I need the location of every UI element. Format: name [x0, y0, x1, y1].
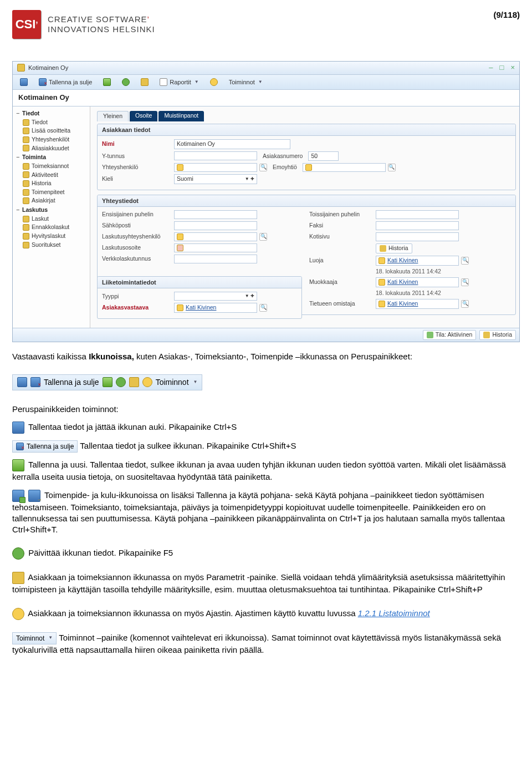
logo-text: CREATIVE SOFTWARE’ INNOVATIONS HELSINKI — [48, 14, 155, 34]
tree-item[interactable]: Aktiviteetit — [23, 171, 89, 180]
save-close-button[interactable]: Tallenna ja sulje — [35, 77, 96, 88]
window-close-icon[interactable]: × — [510, 63, 515, 73]
params-button[interactable] — [137, 77, 152, 88]
field-kieli[interactable]: Suomi▼ ✚ — [174, 174, 257, 184]
label-yhteyshenkilo: Yhteyshenkilö — [102, 164, 168, 171]
tree-category-toiminta[interactable]: −Toiminta — [15, 154, 89, 161]
label-type: Tyyppi — [102, 293, 168, 301]
app-window: Kotimainen Oy – □ × Tallenna ja sulje Ra… — [12, 61, 520, 342]
field-type[interactable]: ▼ ✚ — [174, 292, 257, 301]
timer-button[interactable] — [206, 77, 222, 88]
desc-save: Tallentaa tiedot ja jättää ikkunan auki.… — [12, 421, 520, 434]
status-history[interactable]: Historia — [479, 330, 516, 340]
timer-icon — [12, 608, 24, 620]
tree-item[interactable]: Lisää osoitteita — [23, 126, 89, 135]
refresh-button[interactable] — [118, 77, 134, 88]
label-kieli: Kieli — [102, 175, 168, 183]
panel-business-info: Liiketoimintatiedot — [98, 277, 301, 288]
field-ytunnus[interactable] — [174, 151, 257, 160]
lookup-icon[interactable]: 🔍 — [461, 278, 469, 286]
field-billaddr[interactable] — [174, 243, 257, 252]
tree-item[interactable]: Toimenpiteet — [23, 188, 89, 197]
tree-category-tiedot[interactable]: −Tiedot — [15, 110, 89, 118]
lookup-icon[interactable]: 🔍 — [461, 300, 469, 308]
lookup-icon[interactable]: 🔍 — [259, 164, 267, 171]
tab-yleinen[interactable]: Yleinen — [97, 111, 129, 121]
field-phone2[interactable] — [376, 210, 459, 219]
tab-muistiinpanot[interactable]: Muistiinpanot — [158, 111, 204, 121]
chevron-down-icon: ▼ — [258, 79, 263, 85]
tree-item[interactable]: Toimeksiannot — [23, 162, 89, 171]
tree-item[interactable]: Laskut — [23, 215, 89, 224]
field-emoyhtio[interactable] — [303, 163, 386, 172]
desc-save-close: Tallenna ja sulje Tallentaa tiedot ja su… — [12, 440, 520, 453]
history-icon — [380, 245, 386, 252]
label-billaddr: Laskutusosoite — [102, 244, 168, 252]
lookup-icon[interactable]: 🔍 — [259, 233, 267, 241]
timer-icon — [142, 377, 152, 387]
label-asiakasnumero: Asiakasnumero — [263, 153, 303, 160]
window-maximize-icon[interactable]: □ — [500, 63, 504, 73]
status-bar: Tila: Aktiivinen Historia — [13, 328, 519, 342]
window-icon — [17, 64, 25, 72]
timer-icon — [210, 78, 218, 86]
desc-save-new: Tallenna ja uusi. Tallentaa tiedot, sulk… — [12, 459, 520, 483]
label-emoyhtio: Emoyhtiö — [273, 164, 297, 171]
tab-osoite[interactable]: Osoite — [130, 111, 157, 121]
field-billcontact[interactable] — [174, 232, 257, 241]
lookup-icon[interactable]: 🔍 — [388, 164, 396, 171]
history-icon — [483, 332, 490, 338]
tree-category-laskutus[interactable]: −Laskutus — [15, 206, 89, 214]
label-modifier: Muokkaaja — [309, 278, 370, 286]
field-einvoice[interactable] — [174, 255, 257, 263]
cross-ref-link[interactable]: 1.2.1 Listatoiminnot — [358, 608, 430, 618]
save-close-button-illustration: Tallenna ja sulje — [12, 440, 78, 453]
reports-button[interactable]: Raportit▼ — [156, 77, 202, 88]
chevron-down-icon: ▼ — [193, 379, 198, 385]
field-phone1[interactable] — [174, 210, 257, 219]
field-owner[interactable]: Kati Kivinen — [376, 299, 459, 309]
refresh-icon — [122, 78, 130, 86]
field-responsible[interactable]: Kati Kivinen — [174, 303, 257, 313]
tree-item[interactable]: Tiedot — [23, 118, 89, 127]
status-active[interactable]: Tila: Aktiivinen — [423, 330, 477, 340]
tree-item[interactable]: Suoritukset — [23, 241, 89, 250]
history-inline-button[interactable]: Historia — [376, 243, 412, 253]
save-button[interactable] — [16, 77, 32, 88]
tree-item[interactable]: Ennakkolaskut — [23, 223, 89, 232]
lookup-icon[interactable]: 🔍 — [259, 304, 267, 312]
record-title: Kotimainen Oy — [13, 90, 519, 106]
save-new-icon — [103, 78, 111, 86]
save-new-button[interactable] — [99, 77, 115, 88]
field-creator[interactable]: Kati Kivinen — [376, 256, 459, 266]
logo-mark: CSI’ — [12, 10, 41, 39]
tree-item[interactable]: Historia — [23, 179, 89, 188]
panel-customer-info: Asiakkaan tiedot — [98, 124, 515, 136]
tree-item[interactable]: Aliasiakkuudet — [23, 144, 89, 153]
lookup-icon[interactable]: 🔍 — [461, 257, 469, 265]
field-nimi[interactable]: Kotimainen Oy — [174, 139, 290, 149]
label-email: Sähköposti — [102, 222, 168, 230]
page-number: (9/118) — [493, 10, 520, 19]
tree-item[interactable]: Hyvityslaskut — [23, 232, 89, 241]
field-yhteyshenkilo[interactable] — [174, 163, 257, 172]
refresh-icon — [12, 547, 24, 560]
label-billcontact: Laskutusyhteyshenkilö — [102, 233, 168, 241]
field-fax[interactable] — [376, 221, 459, 230]
desc-refresh: Päivittää ikkunan tiedot. Pikapainike F5 — [12, 547, 520, 560]
save-close-icon — [30, 377, 40, 387]
window-minimize-icon[interactable]: – — [489, 63, 493, 73]
created-at: 18. lokakuuta 2011 14:42 — [376, 268, 441, 276]
field-modifier[interactable]: Kati Kivinen — [376, 277, 459, 287]
field-website[interactable] — [376, 232, 459, 241]
field-asiakasnumero[interactable]: 50 — [308, 151, 339, 161]
actions-button[interactable]: Toiminnot▼ — [225, 77, 267, 88]
page-header: CSI’ CREATIVE SOFTWARE’ INNOVATIONS HELS… — [12, 10, 520, 39]
report-icon — [160, 78, 167, 86]
field-email[interactable] — [174, 221, 257, 230]
tree-item[interactable]: Yhteyshenkilöt — [23, 135, 89, 144]
save-icon — [17, 377, 27, 387]
wrench-icon — [129, 377, 139, 387]
save-close-icon — [16, 443, 24, 450]
tree-item[interactable]: Asiakirjat — [23, 196, 89, 205]
